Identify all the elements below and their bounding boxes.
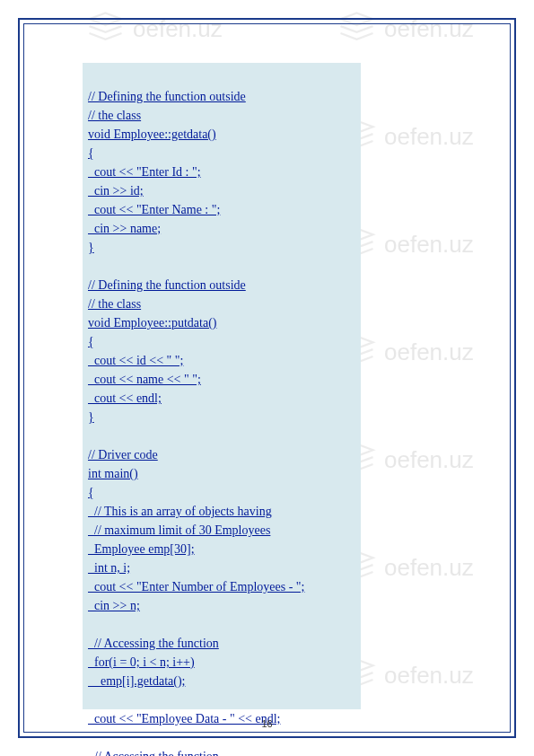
code-line: { — [88, 483, 304, 502]
code-line: int main() — [88, 464, 304, 483]
code-line: cout << endl; — [88, 389, 304, 408]
code-line: // the class — [88, 106, 304, 125]
code-line: cout << name << " "; — [88, 370, 304, 389]
code-line: void Employee::getdata() — [88, 125, 304, 144]
page-number: 16 — [261, 718, 272, 729]
code-line: { — [88, 144, 304, 163]
code-line: // Defining the function outside — [88, 87, 304, 106]
code-line: void Employee::putdata() — [88, 313, 304, 332]
code-line: // the class — [88, 294, 304, 313]
code-line: } — [88, 238, 304, 257]
code-line: // Accessing the function — [88, 634, 304, 653]
code-line: // Driver code — [88, 445, 304, 464]
code-line: // Accessing the function — [88, 747, 304, 756]
code-line: // This is an array of objects having — [88, 502, 304, 521]
code-line — [88, 690, 304, 709]
code-line: cout << "Enter Name : "; — [88, 200, 304, 219]
code-content: // Defining the function outside// the c… — [88, 68, 304, 756]
code-line: cin >> name; — [88, 219, 304, 238]
code-line: // Defining the function outside — [88, 276, 304, 294]
code-line: Employee emp[30]; — [88, 540, 304, 558]
code-line: emp[i].getdata(); — [88, 672, 304, 690]
code-line — [88, 68, 304, 87]
code-line — [88, 426, 304, 445]
code-line — [88, 728, 304, 747]
code-line: int n, i; — [88, 558, 304, 577]
code-line: cin >> n; — [88, 596, 304, 615]
code-line — [88, 615, 304, 634]
code-line: cin >> id; — [88, 181, 304, 200]
code-line: // maximum limit of 30 Employees — [88, 521, 304, 540]
code-line: { — [88, 332, 304, 351]
code-line: cout << "Enter Number of Employees - "; — [88, 577, 304, 596]
code-line: cout << "Enter Id : "; — [88, 163, 304, 181]
code-line: for(i = 0; i < n; i++) — [88, 653, 304, 672]
code-line: cout << id << " "; — [88, 351, 304, 370]
code-line: } — [88, 408, 304, 426]
code-line — [88, 257, 304, 276]
